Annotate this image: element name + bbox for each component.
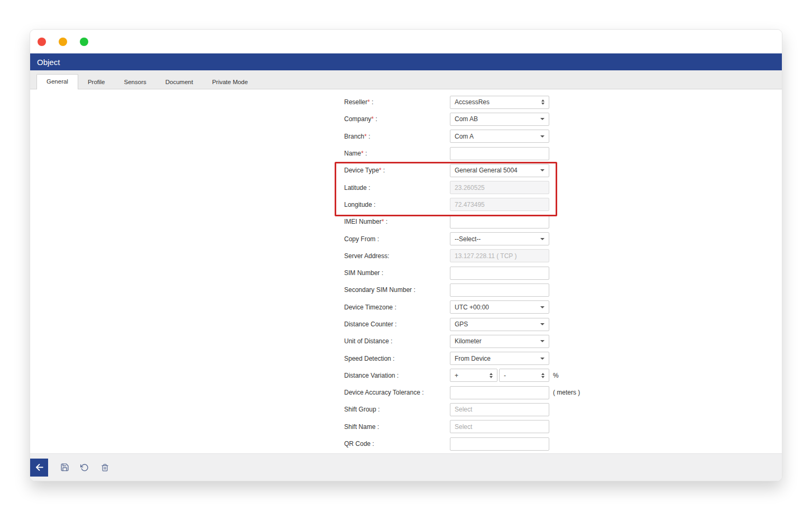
form-row-branch: Branch* :Com A bbox=[344, 128, 580, 145]
form-row-device-timezone: Device Timezone :UTC +00:00 bbox=[344, 299, 580, 316]
stepper-icon bbox=[541, 373, 545, 379]
shift-group-input[interactable] bbox=[450, 403, 549, 416]
field-label: QR Code : bbox=[344, 440, 450, 447]
delete-button[interactable] bbox=[95, 463, 115, 472]
field-suffix: ( meters ) bbox=[553, 389, 580, 396]
imei-number-input[interactable] bbox=[450, 215, 549, 228]
device-accuracy-tolerance-input[interactable] bbox=[450, 386, 549, 399]
field-label: Latitude : bbox=[344, 184, 450, 191]
unit-of-distance-select[interactable]: Kilometer bbox=[450, 335, 549, 348]
form-row-latitude: Latitude : bbox=[344, 179, 580, 196]
field-label: IMEI Number* : bbox=[344, 218, 450, 225]
latitude-input bbox=[450, 181, 549, 194]
object-general-form: Reseller* :AccsessResCompany* :Com ABBra… bbox=[344, 94, 580, 452]
branch-select[interactable]: Com A bbox=[450, 130, 549, 143]
mac-titlebar bbox=[30, 30, 782, 53]
reseller-select[interactable]: AccsessRes bbox=[450, 96, 549, 109]
tab-general[interactable]: General bbox=[36, 74, 78, 89]
save-icon bbox=[60, 463, 69, 472]
app-header: Object bbox=[30, 53, 782, 70]
form-row-distance-variation: Distance Variation :+-% bbox=[344, 367, 580, 384]
form-row-device-accuracy-tolerance: Device Accuracy Tolerance :( meters ) bbox=[344, 384, 580, 401]
caret-down-icon bbox=[540, 135, 545, 138]
tab-profile[interactable]: Profile bbox=[78, 75, 115, 89]
field-label: Reseller* : bbox=[344, 98, 450, 106]
stepper-icon bbox=[541, 99, 545, 105]
close-window-icon[interactable] bbox=[38, 38, 46, 46]
company-select[interactable]: Com AB bbox=[450, 113, 549, 126]
field-label: Secondary SIM Number : bbox=[344, 286, 450, 294]
distance-counter-select[interactable]: GPS bbox=[450, 318, 549, 331]
form-row-qr-code: QR Code : bbox=[344, 435, 580, 452]
tab-sensors[interactable]: Sensors bbox=[115, 75, 156, 89]
field-label: SIM Number : bbox=[344, 269, 450, 277]
field-label: Device Accuracy Tolerance : bbox=[344, 389, 450, 396]
field-label: Shift Group : bbox=[344, 406, 450, 413]
back-arrow-icon bbox=[34, 462, 44, 472]
caret-down-icon bbox=[540, 169, 545, 171]
save-button[interactable] bbox=[54, 463, 75, 472]
field-label: Copy From : bbox=[344, 235, 450, 243]
form-row-unit-of-distance: Unit of Distance :Kilometer bbox=[344, 333, 580, 350]
field-label: Server Address: bbox=[344, 252, 450, 260]
app-window: Object GeneralProfileSensorsDocumentPriv… bbox=[30, 29, 782, 481]
field-label: Longitude : bbox=[344, 201, 450, 208]
caret-down-icon bbox=[540, 358, 545, 360]
distance-variation-select-1[interactable]: + bbox=[450, 369, 497, 382]
tab-bar: GeneralProfileSensorsDocumentPrivate Mod… bbox=[30, 70, 782, 89]
sim-number-input[interactable] bbox=[450, 267, 549, 280]
caret-down-icon bbox=[540, 306, 545, 308]
form-row-secondary-sim-number: Secondary SIM Number : bbox=[344, 281, 580, 298]
toolbar-icons bbox=[54, 463, 115, 472]
copy-from-select[interactable]: --Select-- bbox=[450, 232, 549, 245]
field-label: Name* : bbox=[344, 150, 450, 157]
form-row-copy-from: Copy From :--Select-- bbox=[344, 230, 580, 247]
form-row-distance-counter: Distance Counter :GPS bbox=[344, 316, 580, 333]
form-row-shift-name: Shift Name : bbox=[344, 418, 580, 435]
distance-variation-select-2[interactable]: - bbox=[499, 369, 549, 382]
form-row-speed-detection: Speed Detection :From Device bbox=[344, 350, 580, 367]
stepper-icon bbox=[490, 373, 493, 379]
field-label: Distance Variation : bbox=[344, 372, 450, 379]
form-row-sim-number: SIM Number : bbox=[344, 264, 580, 281]
trash-icon bbox=[101, 463, 109, 472]
qr-code-input[interactable] bbox=[450, 437, 549, 451]
server-address-input bbox=[450, 249, 549, 262]
refresh-button[interactable] bbox=[75, 463, 95, 472]
minimize-window-icon[interactable] bbox=[59, 38, 67, 46]
refresh-icon bbox=[80, 463, 89, 472]
form-row-longitude: Longitude : bbox=[344, 196, 580, 213]
field-label: Speed Detection : bbox=[344, 355, 450, 362]
zoom-window-icon[interactable] bbox=[80, 38, 88, 46]
form-row-imei-number: IMEI Number* : bbox=[344, 213, 580, 230]
form-row-shift-group: Shift Group : bbox=[344, 401, 580, 418]
caret-down-icon bbox=[540, 238, 545, 240]
field-label: Distance Counter : bbox=[344, 321, 450, 328]
tab-private-mode[interactable]: Private Mode bbox=[202, 75, 257, 89]
caret-down-icon bbox=[540, 323, 545, 325]
field-label: Branch* : bbox=[344, 133, 450, 140]
field-label: Shift Name : bbox=[344, 423, 450, 431]
shift-name-input[interactable] bbox=[450, 420, 549, 433]
device-timezone-select[interactable]: UTC +00:00 bbox=[450, 300, 549, 314]
device-type-select[interactable]: General General 5004 bbox=[450, 164, 549, 177]
secondary-sim-number-input[interactable] bbox=[450, 284, 549, 297]
longitude-input bbox=[450, 198, 549, 211]
bottom-toolbar bbox=[30, 453, 782, 481]
name-input[interactable] bbox=[450, 147, 549, 160]
speed-detection-select[interactable]: From Device bbox=[450, 352, 549, 365]
field-label: Company* : bbox=[344, 115, 450, 123]
form-row-device-type: Device Type* :General General 5004 bbox=[344, 162, 580, 179]
caret-down-icon bbox=[540, 340, 545, 342]
form-row-company: Company* :Com AB bbox=[344, 111, 580, 127]
caret-down-icon bbox=[540, 118, 545, 120]
field-suffix: % bbox=[553, 372, 559, 379]
field-label: Device Type* : bbox=[344, 167, 450, 174]
form-row-name: Name* : bbox=[344, 145, 580, 162]
field-label: Device Timezone : bbox=[344, 304, 450, 311]
back-button[interactable] bbox=[30, 459, 48, 477]
field-label: Unit of Distance : bbox=[344, 337, 450, 345]
tab-document[interactable]: Document bbox=[156, 75, 202, 89]
form-row-server-address: Server Address: bbox=[344, 248, 580, 264]
page-title: Object bbox=[37, 58, 60, 67]
